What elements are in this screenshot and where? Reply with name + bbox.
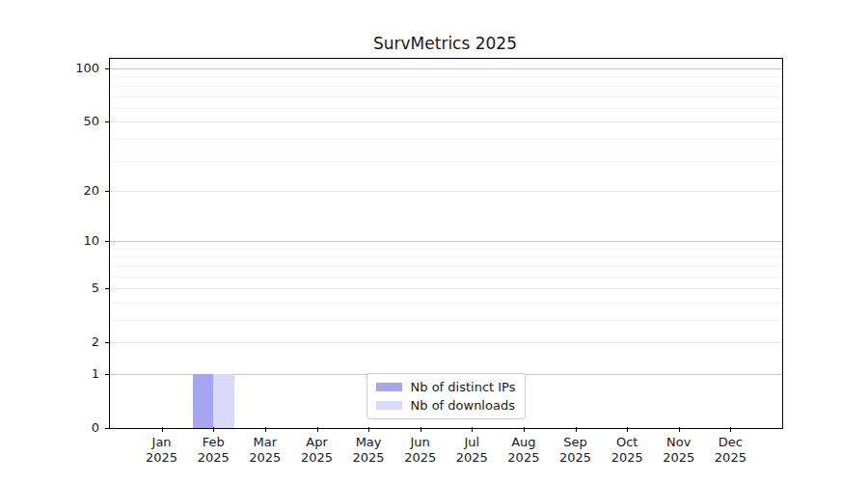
y-tick-mark <box>105 68 109 69</box>
x-tick-mark <box>265 427 266 432</box>
x-tick-mark <box>420 427 421 432</box>
y-tick-mark <box>105 191 109 192</box>
gridline-minor <box>110 86 782 87</box>
gridline-minor <box>110 249 782 250</box>
y-tick-mark <box>105 241 109 242</box>
gridline-labeled <box>110 121 782 122</box>
legend-label-distinct-ips: Nb of distinct IPs <box>411 380 516 394</box>
y-tick-mark <box>105 374 109 375</box>
chart-title: SurvMetrics 2025 <box>109 34 781 53</box>
gridline-minor <box>110 256 782 257</box>
x-tick-mark <box>576 427 577 432</box>
y-tick-mark <box>105 288 109 289</box>
chart-figure: SurvMetrics 2025 0125102050100 Jan2025Fe… <box>0 0 868 482</box>
y-tick-label: 0 <box>8 421 99 435</box>
x-tick-label: Dec2025 <box>699 435 761 466</box>
x-tick-mark <box>472 427 473 432</box>
gridline-minor <box>110 277 782 278</box>
y-tick-label: 20 <box>8 184 99 198</box>
x-tick-mark <box>730 427 731 432</box>
gridline-labeled <box>110 342 782 343</box>
y-tick-label: 100 <box>8 62 99 75</box>
gridline-minor <box>110 96 782 97</box>
x-tick-mark <box>368 427 369 432</box>
x-tick-mark <box>627 427 628 432</box>
x-tick-mark <box>162 427 163 432</box>
y-tick-label: 5 <box>8 281 99 295</box>
x-tick-mark <box>213 427 214 432</box>
bar-distinct-ips <box>193 374 213 428</box>
legend-entry-downloads: Nb of downloads <box>376 396 516 415</box>
y-tick-mark <box>105 428 109 429</box>
y-tick-mark <box>105 121 109 122</box>
gridline-minor <box>110 108 782 109</box>
gridline-labeled <box>110 191 782 192</box>
gridline-minor <box>110 161 782 162</box>
x-tick-mark <box>524 427 525 432</box>
gridline-decade <box>110 241 782 242</box>
legend-entry-distinct-ips: Nb of distinct IPs <box>376 378 516 396</box>
gridline-minor <box>110 303 782 304</box>
bar-downloads <box>213 374 233 428</box>
gridline-minor <box>110 76 782 77</box>
legend-swatch-distinct-ips <box>376 383 402 391</box>
legend: Nb of distinct IPs Nb of downloads <box>366 373 527 419</box>
y-tick-label: 2 <box>8 335 99 349</box>
legend-swatch-downloads <box>376 401 402 410</box>
gridline-minor <box>110 266 782 267</box>
gridline-minor <box>110 139 782 140</box>
gridline-labeled <box>110 288 782 289</box>
gridline-minor <box>110 320 782 321</box>
gridline-decade <box>110 68 782 69</box>
y-tick-label: 50 <box>8 115 99 128</box>
y-tick-mark <box>105 342 109 343</box>
x-tick-mark <box>679 427 680 432</box>
y-tick-label: 10 <box>8 234 99 248</box>
plot-area: 0125102050100 Jan2025Feb2025Mar2025Apr20… <box>109 58 783 429</box>
y-tick-label: 1 <box>8 367 99 381</box>
x-tick-mark <box>317 427 318 432</box>
legend-label-downloads: Nb of downloads <box>411 398 515 413</box>
